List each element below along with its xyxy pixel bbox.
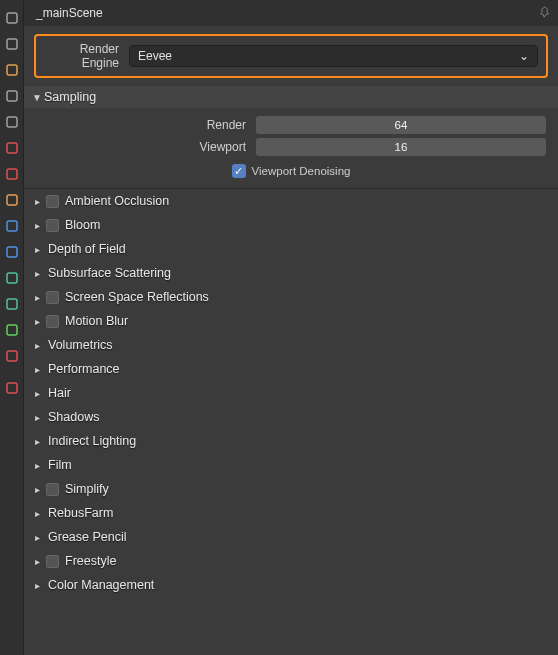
layers-icon[interactable] [0, 84, 24, 108]
panel-label: Freestyle [65, 554, 116, 568]
page-icon[interactable] [0, 110, 24, 134]
panel-enable-checkbox[interactable] [46, 555, 59, 568]
svg-rect-8 [7, 221, 17, 231]
panel-label: Grease Pencil [48, 530, 127, 544]
svg-rect-7 [7, 195, 17, 205]
panel-label: Volumetrics [48, 338, 113, 352]
render-engine-dropdown[interactable]: Eevee ⌄ [129, 45, 538, 67]
scene-name[interactable]: _mainScene [36, 6, 103, 20]
svg-rect-11 [7, 299, 17, 309]
viewport-denoising-row: ✓ Viewport Denoising [36, 164, 546, 178]
vertical-toolbar [0, 0, 24, 655]
render-samples-input[interactable]: 64 [256, 116, 546, 134]
svg-rect-6 [7, 169, 17, 179]
viewport-denoising-checkbox[interactable]: ✓ [232, 164, 246, 178]
panel-motion-blur[interactable]: ▸Motion Blur [24, 309, 558, 333]
svg-rect-3 [7, 91, 17, 101]
panel-label: Ambient Occlusion [65, 194, 169, 208]
panel-depth-of-field[interactable]: ▸Depth of Field [24, 237, 558, 261]
red-icon[interactable] [0, 344, 24, 368]
panel-color-management[interactable]: ▸Color Management [24, 573, 558, 597]
panel-film[interactable]: ▸Film [24, 453, 558, 477]
panel-performance[interactable]: ▸Performance [24, 357, 558, 381]
disclosure-triangle-icon: ▸ [30, 412, 44, 423]
viewport-samples-input[interactable]: 16 [256, 138, 546, 156]
wrench-icon[interactable] [0, 214, 24, 238]
panel-enable-checkbox[interactable] [46, 291, 59, 304]
panel-label: Hair [48, 386, 71, 400]
disclosure-triangle-icon: ▸ [30, 340, 44, 351]
disclosure-triangle-icon: ▸ [30, 196, 44, 207]
svg-rect-9 [7, 247, 17, 257]
panel-list: ▸Ambient Occlusion▸Bloom▸Depth of Field▸… [24, 189, 558, 597]
panel-ambient-occlusion[interactable]: ▸Ambient Occlusion [24, 189, 558, 213]
panel-enable-checkbox[interactable] [46, 195, 59, 208]
disclosure-triangle-icon: ▸ [30, 580, 44, 591]
disclosure-triangle-icon: ▼ [30, 92, 44, 103]
panel-label: Motion Blur [65, 314, 128, 328]
render-engine-row: Render Engine Eevee ⌄ [24, 26, 558, 86]
panel-grease-pencil[interactable]: ▸Grease Pencil [24, 525, 558, 549]
svg-rect-13 [7, 351, 17, 361]
panel-label: Indirect Lighting [48, 434, 136, 448]
sampling-title: Sampling [44, 90, 96, 104]
disclosure-triangle-icon: ▸ [30, 532, 44, 543]
panel-label: Bloom [65, 218, 100, 232]
panel-enable-checkbox[interactable] [46, 483, 59, 496]
panel-freestyle[interactable]: ▸Freestyle [24, 549, 558, 573]
panel-simplify[interactable]: ▸Simplify [24, 477, 558, 501]
disclosure-triangle-icon: ▸ [30, 316, 44, 327]
grid-icon[interactable] [0, 188, 24, 212]
render-engine-value: Eevee [138, 49, 172, 63]
panel-label: RebusFarm [48, 506, 113, 520]
overlay-icon[interactable] [0, 292, 24, 316]
panel-bloom[interactable]: ▸Bloom [24, 213, 558, 237]
panel-volumetrics[interactable]: ▸Volumetrics [24, 333, 558, 357]
world-icon[interactable] [0, 162, 24, 186]
tool-icon[interactable] [0, 32, 24, 56]
render-samples-row: Render 64 [36, 116, 546, 134]
donut-icon[interactable] [0, 266, 24, 290]
panel-label: Film [48, 458, 72, 472]
panel-label: Color Management [48, 578, 154, 592]
viewport-denoising-label: Viewport Denoising [252, 165, 351, 177]
svg-rect-14 [7, 383, 17, 393]
panel-screen-space-reflections[interactable]: ▸Screen Space Reflections [24, 285, 558, 309]
disclosure-triangle-icon: ▸ [30, 556, 44, 567]
panel-label: Screen Space Reflections [65, 290, 209, 304]
sampling-header[interactable]: ▼ Sampling [24, 86, 558, 108]
panel-label: Depth of Field [48, 242, 126, 256]
panel-shadows[interactable]: ▸Shadows [24, 405, 558, 429]
panel-enable-checkbox[interactable] [46, 315, 59, 328]
material-icon[interactable] [0, 376, 24, 400]
disclosure-triangle-icon: ▸ [30, 460, 44, 471]
display-icon[interactable] [0, 6, 24, 30]
panel-indirect-lighting[interactable]: ▸Indirect Lighting [24, 429, 558, 453]
panel-enable-checkbox[interactable] [46, 219, 59, 232]
cube-icon[interactable] [0, 58, 24, 82]
render-engine-highlight: Render Engine Eevee ⌄ [34, 34, 548, 78]
panel-rebusfarm[interactable]: ▸RebusFarm [24, 501, 558, 525]
svg-rect-2 [7, 65, 17, 75]
disclosure-triangle-icon: ▸ [30, 364, 44, 375]
sampling-body: Render 64 Viewport 16 ✓ Viewport Denoisi… [24, 108, 558, 189]
panel-subsurface-scattering[interactable]: ▸Subsurface Scattering [24, 261, 558, 285]
disclosure-triangle-icon: ▸ [30, 484, 44, 495]
chevron-down-icon: ⌄ [519, 49, 529, 63]
svg-rect-1 [7, 39, 17, 49]
properties-panel: _mainScene Render Engine Eevee ⌄ ▼ Sampl… [24, 0, 558, 655]
disclosure-triangle-icon: ▸ [30, 292, 44, 303]
render-samples-label: Render [36, 118, 256, 132]
disclosure-triangle-icon: ▸ [30, 508, 44, 519]
green-icon[interactable] [0, 318, 24, 342]
effects-icon[interactable] [0, 240, 24, 264]
panel-hair[interactable]: ▸Hair [24, 381, 558, 405]
disclosure-triangle-icon: ▸ [30, 268, 44, 279]
svg-rect-12 [7, 325, 17, 335]
panel-label: Shadows [48, 410, 99, 424]
sphere-icon[interactable] [0, 136, 24, 160]
pin-icon[interactable] [538, 5, 552, 21]
panel-label: Performance [48, 362, 120, 376]
render-engine-label: Render Engine [44, 42, 119, 70]
viewport-samples-row: Viewport 16 [36, 138, 546, 156]
